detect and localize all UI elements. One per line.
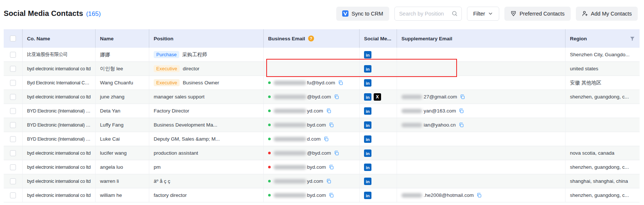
select-all-checkbox[interactable] xyxy=(10,36,16,41)
sync-to-crm-label: Sync to CRM xyxy=(351,11,383,17)
copy-icon[interactable] xyxy=(458,108,464,114)
table-row: byd electronic international co ltdlucif… xyxy=(4,146,640,160)
linkedin-icon[interactable]: in xyxy=(364,149,371,157)
table-row: Byd Electronic International Co ...Wang … xyxy=(4,76,640,90)
row-checkbox[interactable] xyxy=(10,94,16,100)
search-icon[interactable] xyxy=(451,10,458,17)
email-visible-text: d.com xyxy=(307,136,321,142)
company-name: byd electronic international co ltd xyxy=(27,151,91,156)
linkedin-icon[interactable]: in xyxy=(364,107,371,115)
social-media-cell: in xyxy=(360,146,397,160)
row-checkbox[interactable] xyxy=(10,164,16,170)
region-filter-funnel-icon[interactable] xyxy=(630,36,635,41)
row-checkbox[interactable] xyxy=(10,108,16,114)
business-email-cell: byd.com xyxy=(264,188,360,202)
region-cell: 安徽 其他地区 xyxy=(565,76,640,90)
help-question-icon[interactable]: ? xyxy=(308,36,314,41)
linkedin-icon[interactable]: in xyxy=(364,93,371,101)
row-checkbox-cell xyxy=(4,188,23,202)
redacted-supplementary-text xyxy=(401,193,422,198)
region-cell: nova scotia, canada xyxy=(565,146,640,160)
supplementary-email-cell: ian@yahoo.cn xyxy=(397,118,565,132)
header-supplementary-email: Supplementary Email xyxy=(397,29,565,48)
row-checkbox[interactable] xyxy=(10,136,16,142)
contact-name: 이인형 lee xyxy=(100,65,123,72)
business-email-cell xyxy=(264,48,360,61)
copy-icon[interactable] xyxy=(326,178,331,184)
contact-name: lucifer wang xyxy=(100,150,127,156)
linkedin-icon[interactable]: in xyxy=(364,178,371,185)
search-input[interactable] xyxy=(399,11,449,17)
email-visible-text: byd.com xyxy=(307,164,326,170)
sync-to-crm-button[interactable]: Sync to CRM xyxy=(336,7,389,21)
row-checkbox-cell xyxy=(4,48,23,61)
linkedin-icon[interactable]: in xyxy=(364,135,371,143)
linkedin-icon[interactable]: in xyxy=(364,192,371,199)
social-media-contacts-page: Social Media Contacts (165) Sync to CRM … xyxy=(0,0,644,205)
contact-name: william he xyxy=(100,192,122,198)
row-checkbox[interactable] xyxy=(10,192,16,198)
header-social-media: Social Me... xyxy=(360,29,397,48)
row-checkbox[interactable] xyxy=(10,80,16,86)
linkedin-icon[interactable]: in xyxy=(364,65,371,73)
row-checkbox[interactable] xyxy=(10,178,16,184)
contact-name-cell: 娜娜 xyxy=(96,48,149,61)
row-checkbox[interactable] xyxy=(10,52,16,58)
email-visible-text: yd.com xyxy=(307,108,323,114)
position-text: manager sales support xyxy=(154,94,204,100)
contacts-count: (165) xyxy=(86,10,101,18)
supplementary-email-cell xyxy=(397,62,565,75)
add-my-contacts-button[interactable]: Add My Contacts xyxy=(576,7,638,21)
contact-name-cell: warren li xyxy=(96,174,149,188)
copy-icon[interactable] xyxy=(328,122,334,128)
row-checkbox-cell xyxy=(4,132,23,146)
copy-icon[interactable] xyxy=(323,136,329,142)
search-box[interactable] xyxy=(394,7,462,21)
chevron-down-icon xyxy=(488,11,493,16)
region-cell: Shenzhen City, Guangdo... xyxy=(565,48,640,61)
contact-name: angela luo xyxy=(100,164,123,170)
position-cell: manager sales support xyxy=(149,90,264,104)
row-checkbox-cell xyxy=(4,62,23,75)
linkedin-icon[interactable]: in xyxy=(364,164,371,171)
copy-icon[interactable] xyxy=(334,150,339,156)
social-media-cell: in xyxy=(360,160,397,174)
business-email-cell: fu@byd.com xyxy=(264,76,360,90)
preferred-contacts-button[interactable]: Preferred Contacts xyxy=(504,7,571,21)
copy-icon[interactable] xyxy=(328,192,334,198)
region-cell: shenzhen, guangdong, c... xyxy=(565,90,640,104)
copy-icon[interactable] xyxy=(326,108,331,114)
company-name-cell: BYD Electronic (International) C... xyxy=(23,104,96,118)
redacted-email-text xyxy=(274,179,306,184)
redacted-supplementary-text xyxy=(401,109,422,113)
contact-name: Deta Yan xyxy=(100,108,120,114)
copy-icon[interactable] xyxy=(476,192,482,198)
filter-button[interactable]: Filter xyxy=(467,7,499,21)
copy-icon[interactable] xyxy=(460,94,465,100)
row-checkbox[interactable] xyxy=(10,122,16,128)
linkedin-icon[interactable]: in xyxy=(364,51,371,58)
company-name-cell: BYD Electronic (International) C... xyxy=(23,118,96,132)
copy-icon[interactable] xyxy=(328,164,334,170)
contact-name-cell: william he xyxy=(96,188,149,202)
copy-icon[interactable] xyxy=(458,122,464,128)
copy-icon[interactable] xyxy=(338,80,343,85)
x-twitter-icon[interactable]: X xyxy=(374,93,381,101)
position-text: director xyxy=(183,66,199,71)
position-tag: Purchase xyxy=(154,51,179,58)
row-checkbox[interactable] xyxy=(10,150,16,156)
region-text: shenzhen, guangdong, c... xyxy=(570,192,629,198)
row-checkbox[interactable] xyxy=(10,66,16,72)
position-text: Deputy GM, Sales &amp; M... xyxy=(154,136,220,142)
contact-name-cell: Deta Yan xyxy=(96,104,149,118)
contact-name-cell: Luffy Fang xyxy=(96,118,149,132)
copy-icon[interactable] xyxy=(334,94,339,100)
linkedin-icon[interactable]: in xyxy=(364,79,371,87)
supplementary-email-cell xyxy=(397,174,565,188)
linkedin-icon[interactable]: in xyxy=(364,121,371,129)
supplementary-email-cell xyxy=(397,132,565,146)
contact-name-cell: lucifer wang xyxy=(96,146,149,160)
supplementary-email-cell: 27@gmail.com xyxy=(397,90,565,104)
social-media-cell: inX xyxy=(360,90,397,104)
toolbar: Sync to CRM Filter Preferred Contacts Ad… xyxy=(336,7,638,21)
